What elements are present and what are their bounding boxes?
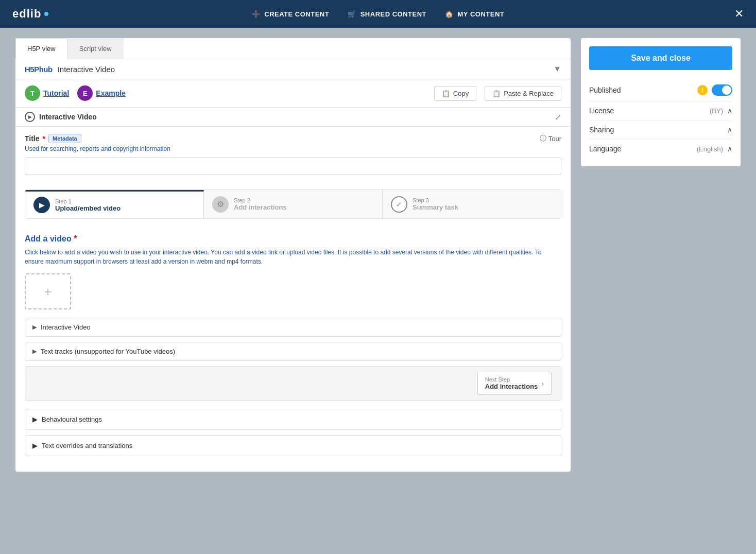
step-2-icon: ⚙	[212, 196, 229, 213]
iv-title-text: Interactive Video	[39, 113, 97, 121]
h5p-header: H5Phub Interactive Video ▼	[15, 59, 571, 79]
text-overrides-label: Text overrides and translations	[42, 442, 132, 449]
logo: edlib	[12, 7, 48, 21]
paste-label: Paste & Replace	[504, 90, 554, 97]
h5p-content-name: Interactive Video	[58, 65, 115, 74]
step-2[interactable]: ⚙ Step 2 Add interactions	[204, 190, 383, 218]
logo-dot	[44, 12, 48, 16]
step-1-icon: ▶	[33, 197, 50, 213]
h5p-logo: H5Phub	[25, 65, 53, 74]
paste-icon: 📋	[492, 90, 501, 97]
nav-center: ➕ CREATE CONTENT 🛒 SHARED CONTENT 🏠 MY C…	[252, 10, 505, 18]
top-nav: edlib ➕ CREATE CONTENT 🛒 SHARED CONTENT …	[0, 0, 756, 28]
text-tracks-collapsible-label: Text tracks (unsupported for YouTube vid…	[41, 348, 175, 355]
right-panel: Save and close Published ! License (BY) …	[581, 38, 741, 166]
next-step-info: Next Step Add interactions	[485, 376, 538, 390]
h5p-dropdown-chevron[interactable]: ▼	[553, 64, 561, 74]
behavioural-settings-label: Behavioural settings	[42, 416, 102, 423]
add-video-section: Add a video * Click below to add a video…	[15, 234, 571, 309]
sharing-label: Sharing	[589, 126, 614, 134]
text-overrides-arrow-icon: ▶	[32, 442, 38, 449]
video-upload-plus-icon: +	[44, 285, 51, 298]
next-step-bar: Next Step Add interactions ›	[25, 366, 561, 401]
behavioural-settings-header[interactable]: ▶ Behavioural settings	[25, 409, 561, 429]
text-overrides-header[interactable]: ▶ Text overrides and translations	[25, 436, 561, 456]
sharing-row: Sharing ∧	[589, 120, 732, 140]
form-area: Title * Metadata ⓘ Tour Used for searchi…	[15, 127, 571, 189]
shared-content-label: SHARED CONTENT	[360, 10, 426, 18]
expand-icon[interactable]: ⤢	[555, 112, 561, 122]
my-content-label: MY CONTENT	[458, 10, 505, 18]
language-row: Language (English) ∧	[589, 140, 732, 158]
close-button[interactable]: ✕	[734, 7, 744, 21]
example-label: Example	[96, 89, 126, 97]
language-label: Language	[589, 145, 621, 153]
interactive-video-collapsible-header[interactable]: ▶ Interactive Video	[25, 318, 561, 336]
title-input[interactable]	[25, 158, 561, 175]
published-toggle[interactable]	[712, 84, 732, 96]
warning-icon: !	[697, 85, 708, 95]
step-3-info: Step 3 Summary task	[413, 197, 458, 211]
interactive-video-collapsible-label: Interactive Video	[41, 323, 91, 331]
title-label: Title	[25, 134, 40, 143]
step-1-info: Step 1 Upload/embed video	[55, 198, 121, 212]
language-chevron-icon[interactable]: ∧	[727, 145, 732, 153]
text-tracks-collapsible-header[interactable]: ▶ Text tracks (unsupported for YouTube v…	[25, 342, 561, 360]
paste-replace-button[interactable]: 📋 Paste & Replace	[485, 86, 561, 101]
collapsible-arrow-2: ▶	[32, 348, 37, 355]
license-chevron-icon[interactable]: ∧	[727, 107, 732, 115]
form-subtitle: Used for searching, reports and copyrigh…	[25, 145, 561, 152]
iv-title-row: ▶ Interactive Video ⤢	[15, 107, 571, 127]
tutorial-icon: T	[25, 85, 40, 101]
copy-label: Copy	[453, 90, 469, 97]
video-upload-box[interactable]: +	[25, 273, 71, 309]
tour-circle-icon: ⓘ	[540, 134, 546, 143]
step-3-num: Step 3	[413, 197, 458, 203]
shared-content-icon: 🛒	[348, 10, 356, 18]
tutorial-button[interactable]: T Tutorial	[25, 85, 69, 101]
published-label: Published	[589, 86, 621, 94]
text-overrides-section: ▶ Text overrides and translations	[25, 435, 561, 456]
copy-button[interactable]: 📋 Copy	[434, 86, 476, 101]
tour-label: Tour	[548, 135, 561, 143]
next-step-button[interactable]: Next Step Add interactions ›	[477, 372, 552, 395]
form-label: Title * Metadata	[25, 134, 81, 143]
nav-create-content[interactable]: ➕ CREATE CONTENT	[252, 10, 329, 18]
tabs-bar: H5P view Script view	[15, 38, 571, 59]
language-value: (English)	[697, 145, 723, 153]
tab-script-view[interactable]: Script view	[67, 38, 124, 59]
sharing-right: ∧	[727, 126, 732, 134]
create-content-label: CREATE CONTENT	[264, 10, 329, 18]
collapsible-arrow-1: ▶	[32, 324, 37, 331]
add-video-title: Add a video *	[25, 234, 561, 244]
nav-shared-content[interactable]: 🛒 SHARED CONTENT	[348, 10, 426, 18]
toggle-knob	[722, 85, 731, 95]
my-content-icon: 🏠	[445, 10, 454, 18]
step-2-num: Step 2	[234, 197, 287, 203]
published-controls: !	[697, 84, 732, 96]
create-content-icon: ➕	[252, 10, 261, 18]
iv-title-left: ▶ Interactive Video	[25, 112, 97, 122]
play-icon: ▶	[25, 112, 35, 122]
metadata-badge[interactable]: Metadata	[48, 134, 81, 143]
example-icon: E	[77, 85, 93, 101]
interactive-video-collapsible: ▶ Interactive Video	[25, 318, 561, 337]
copy-icon: 📋	[442, 90, 450, 97]
next-step-label: Next Step	[485, 376, 510, 383]
example-button[interactable]: E Example	[77, 85, 126, 101]
tutorial-label: Tutorial	[43, 89, 69, 97]
tour-link[interactable]: ⓘ Tour	[540, 134, 561, 143]
step-2-name: Add interactions	[234, 203, 287, 211]
steps-container: ▶ Step 1 Upload/embed video ⚙ Step 2 Add…	[25, 189, 561, 219]
sharing-chevron-icon[interactable]: ∧	[727, 126, 732, 134]
steps-wrapper: ▶ Step 1 Upload/embed video ⚙ Step 2 Add…	[15, 189, 571, 234]
next-step-chevron-icon: ›	[542, 380, 544, 387]
tab-h5p-view[interactable]: H5P view	[15, 38, 67, 59]
step-1[interactable]: ▶ Step 1 Upload/embed video	[25, 190, 204, 218]
step-3[interactable]: ✓ Step 3 Summary task	[383, 190, 561, 218]
save-close-button[interactable]: Save and close	[589, 46, 732, 70]
required-star: *	[43, 134, 45, 143]
published-row: Published !	[589, 79, 732, 101]
main-area: H5P view Script view H5Phub Interactive …	[0, 28, 756, 482]
nav-my-content[interactable]: 🏠 MY CONTENT	[445, 10, 504, 18]
